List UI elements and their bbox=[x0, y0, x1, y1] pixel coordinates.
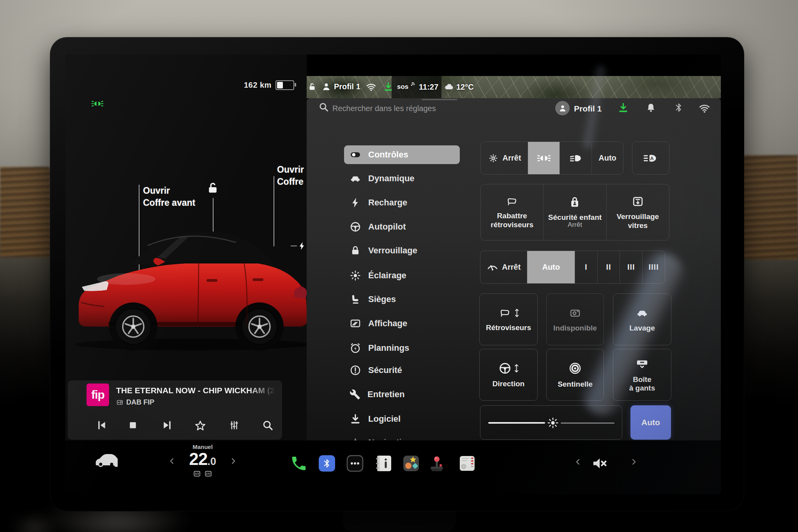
station-logo[interactable]: fip bbox=[87, 384, 109, 406]
brightness-auto-button[interactable]: Auto bbox=[630, 405, 671, 440]
open-trunk-button[interactable]: Ouvrir Coffre bbox=[277, 164, 304, 188]
headlights-low-beam-segment[interactable] bbox=[560, 142, 591, 174]
dashboard-wood-left bbox=[0, 167, 51, 257]
wipers-auto-segment[interactable]: Auto bbox=[527, 251, 574, 283]
headlights-off-segment[interactable]: Arrêt bbox=[481, 142, 528, 174]
settings-search-input[interactable] bbox=[332, 101, 450, 115]
car-icon bbox=[350, 173, 361, 184]
sidebar-item-eclairage[interactable]: Éclairage bbox=[344, 266, 460, 285]
screen-stand bbox=[343, 511, 456, 532]
vent-icon bbox=[204, 470, 212, 478]
clock: 11:27 bbox=[419, 83, 438, 92]
sidebar-item-label: Dynamique bbox=[368, 173, 415, 184]
sidebar-item-dynamique[interactable]: Dynamique bbox=[344, 169, 460, 188]
mirror-icon bbox=[505, 196, 519, 207]
brightness-slider-fill bbox=[488, 422, 545, 424]
glovebox-tile[interactable]: Boîte à gants bbox=[613, 349, 671, 401]
vehicle-render bbox=[68, 210, 317, 358]
favorite-button[interactable] bbox=[194, 419, 207, 432]
climate-control[interactable]: Manuel 22 .0 bbox=[179, 444, 226, 478]
tesla-touchscreen: 162 km Ouvrir Coffre avant Ouvrir Coffre bbox=[50, 37, 744, 511]
wipers-off-segment[interactable]: Arrêt bbox=[480, 251, 527, 283]
sidebar-item-affichage[interactable]: Affichage bbox=[344, 314, 460, 333]
wipers-speed-3-label: III bbox=[627, 263, 635, 272]
sidebar-item-navigation[interactable]: Navigation bbox=[344, 433, 460, 440]
sidebar-item-label: Verrouillage bbox=[368, 246, 417, 256]
notifications-bell-icon[interactable] bbox=[646, 103, 656, 113]
volume-up-chevron[interactable] bbox=[630, 458, 638, 466]
sidebar-item-recharge[interactable]: Recharge bbox=[344, 193, 460, 212]
sidebar-item-verrouillage[interactable]: Verrouillage bbox=[344, 241, 460, 260]
update-download-icon[interactable] bbox=[383, 81, 394, 92]
next-track-button[interactable] bbox=[161, 419, 173, 431]
lock-status-icon[interactable] bbox=[307, 82, 317, 92]
car-wash-icon bbox=[635, 307, 650, 319]
sidebar-item-securite[interactable]: Sécurité bbox=[344, 361, 460, 380]
bluetooth-icon[interactable] bbox=[674, 103, 684, 113]
fog-lights-button[interactable] bbox=[632, 141, 669, 175]
wipers-speed-2-segment[interactable]: II bbox=[597, 251, 620, 283]
steering-adjust-label: Direction bbox=[493, 380, 524, 388]
sidebar-item-label: Sièges bbox=[368, 294, 396, 304]
mirrors-adjust-tile[interactable]: Rétroviseurs bbox=[479, 293, 538, 345]
app-icon-more[interactable] bbox=[346, 454, 364, 472]
temp-decrease-chevron[interactable] bbox=[168, 457, 176, 465]
window-lock-button[interactable]: Verrouillage vitres bbox=[606, 184, 669, 240]
vehicle-panel: 162 km Ouvrir Coffre avant Ouvrir Coffre bbox=[65, 55, 307, 440]
avatar[interactable] bbox=[555, 101, 570, 115]
unlock-icon[interactable] bbox=[206, 181, 220, 196]
status-profile-name[interactable]: Profil 1 bbox=[334, 82, 360, 91]
profile-name[interactable]: Profil 1 bbox=[574, 104, 602, 113]
profile-status-icon[interactable] bbox=[321, 82, 331, 92]
media-search-button[interactable] bbox=[262, 419, 274, 431]
sidebar-item-label: Plannings bbox=[368, 343, 409, 353]
temp-increase-chevron[interactable] bbox=[229, 457, 238, 465]
wipers-speed-3-segment[interactable]: III bbox=[620, 251, 642, 283]
car-status-button[interactable] bbox=[94, 451, 118, 468]
sidebar-item-autopilot[interactable]: Autopilot bbox=[344, 217, 460, 236]
open-frunk-button[interactable]: Ouvrir Coffre avant bbox=[143, 185, 195, 209]
stop-button[interactable] bbox=[127, 419, 139, 431]
window-lock-label-2: vitres bbox=[616, 221, 659, 230]
sidebar-item-logiciel[interactable]: Logiciel bbox=[344, 410, 460, 428]
sentry-mode-tile[interactable]: Sentinelle bbox=[546, 349, 604, 401]
wipers-speed-4-segment[interactable]: IIII bbox=[642, 251, 665, 283]
sidebar-item-sieges[interactable]: Sièges bbox=[344, 290, 460, 309]
app-icon-arcade[interactable] bbox=[428, 454, 446, 472]
headlights-auto-segment[interactable]: Auto bbox=[591, 142, 623, 174]
download-icon bbox=[350, 413, 361, 425]
sidebar-item-entretien[interactable]: Entretien bbox=[344, 385, 460, 404]
wipers-speed-1-segment[interactable]: I bbox=[575, 251, 597, 283]
brightness-slider[interactable] bbox=[480, 405, 622, 440]
fold-mirrors-button[interactable]: Rabattre rétroviseurs bbox=[481, 184, 543, 240]
volume-muted-icon[interactable] bbox=[591, 454, 609, 472]
sidebar-item-label: Autopilot bbox=[368, 222, 406, 232]
app-icon-bluetooth[interactable] bbox=[318, 454, 336, 472]
equalizer-button[interactable] bbox=[228, 419, 240, 431]
app-icon-toybox[interactable] bbox=[402, 454, 420, 472]
sos-label: sos bbox=[397, 83, 408, 91]
car-wash-tile[interactable]: Lavage bbox=[613, 293, 671, 345]
software-download-icon[interactable] bbox=[618, 102, 629, 113]
battery-icon bbox=[275, 80, 294, 90]
child-lock-button[interactable]: Sécurité enfant Arrêt bbox=[543, 184, 606, 240]
app-icon-manual[interactable] bbox=[375, 454, 393, 472]
app-icon-radio[interactable] bbox=[458, 454, 476, 472]
climate-vent-icons bbox=[179, 470, 226, 478]
sidebar-item-controles[interactable]: Contrôles bbox=[344, 145, 460, 164]
brightness-sun-icon[interactable] bbox=[547, 417, 559, 429]
child-lock-icon bbox=[568, 196, 581, 209]
display: 162 km Ouvrir Coffre avant Ouvrir Coffre bbox=[65, 55, 721, 494]
headlights-parking-segment[interactable] bbox=[528, 142, 560, 174]
sidebar-item-label: Contrôles bbox=[368, 150, 408, 160]
steering-adjust-tile[interactable]: Direction bbox=[479, 349, 538, 401]
sos-signal-icon bbox=[409, 81, 416, 88]
previous-track-button[interactable] bbox=[96, 419, 108, 431]
app-icon-phone[interactable] bbox=[290, 454, 308, 472]
defrost-icon bbox=[193, 470, 201, 478]
range-value: 162 km bbox=[244, 81, 272, 90]
sidebar-item-plannings[interactable]: Plannings bbox=[344, 339, 460, 357]
glovebox-label: Boîte à gants bbox=[629, 375, 655, 392]
volume-down-chevron[interactable] bbox=[574, 458, 582, 466]
wifi-icon[interactable] bbox=[699, 103, 710, 114]
